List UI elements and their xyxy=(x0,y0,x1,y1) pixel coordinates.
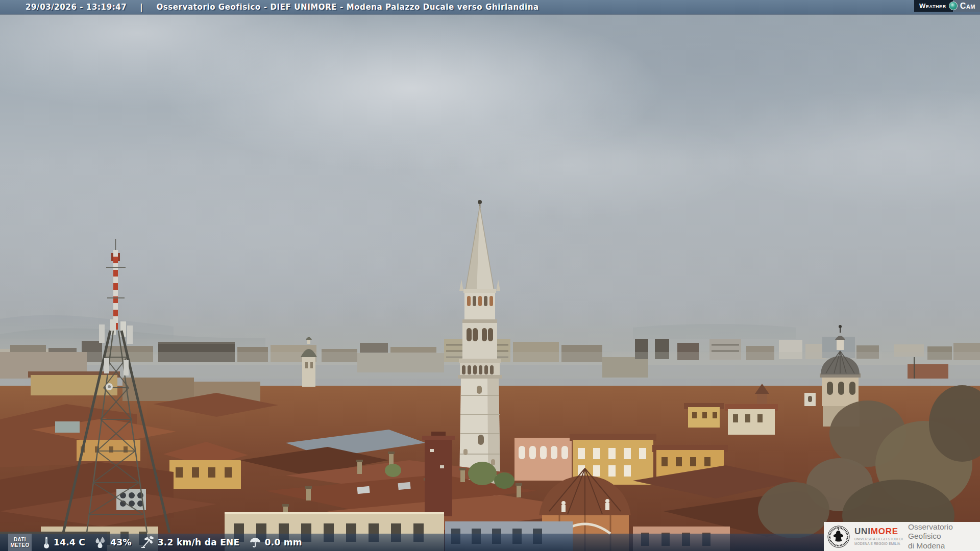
wind-value: 3.2 km/h da ENE xyxy=(158,537,240,547)
dati-meteo-line1: DATI xyxy=(14,537,26,543)
humidity-reading: 43% xyxy=(94,537,132,548)
dati-meteo-label: DATI METEO xyxy=(8,534,32,551)
unimore-wordmark: UNIMORE UNIVERSITÀ DEGLI STUDI DI MODENA… xyxy=(854,527,903,546)
weathercam-logo: Weather Cam xyxy=(914,0,980,12)
thermometer-icon xyxy=(43,536,50,549)
unimore-footer: UNIMORE UNIVERSITÀ DEGLI STUDI DI MODENA… xyxy=(824,522,980,551)
city-photo xyxy=(0,0,980,551)
header-bar: 29/03/2026 - 13:19:47 | Osservatorio Geo… xyxy=(0,0,980,14)
page-title: Osservatorio Geofisico - DIEF UNIMORE - … xyxy=(156,3,538,12)
observatory-name-line2: di Modena xyxy=(908,541,980,551)
pink-palazzo xyxy=(514,438,572,481)
rain-value: 0.0 mm xyxy=(265,537,302,547)
weathercam-brand-left: Weather xyxy=(914,0,953,12)
bell-gable xyxy=(804,393,816,406)
observatory-name: Osservatorio Geofisico di Modena xyxy=(908,522,980,551)
wind-icon xyxy=(141,536,154,548)
webcam-frame: 29/03/2026 - 13:19:47 | Osservatorio Geo… xyxy=(0,0,980,551)
unimore-subtitle-line2: MODENA E REGGIO EMILIA xyxy=(854,542,903,546)
temperature-reading: 14.4 C xyxy=(43,536,85,549)
unimore-acronym-uni: UNI xyxy=(854,527,871,536)
header-separator: | xyxy=(140,3,143,12)
dati-meteo-line2: METEO xyxy=(10,542,29,548)
unimore-acronym-more: MORE xyxy=(871,527,898,536)
unimore-subtitle: UNIVERSITÀ DEGLI STUDI DI MODENA E REGGI… xyxy=(854,537,903,546)
humidity-value: 43% xyxy=(110,537,132,547)
humidity-icon xyxy=(94,537,107,548)
unimore-acronym: UNIMORE xyxy=(854,527,903,536)
weathercam-globe-icon xyxy=(949,2,958,10)
observatory-name-line1: Osservatorio Geofisico xyxy=(908,522,980,541)
wind-reading: 3.2 km/h da ENE xyxy=(141,536,240,548)
rain-reading: 0.0 mm xyxy=(249,537,302,548)
rain-icon xyxy=(249,537,261,548)
weather-readings: 14.4 C 43% xyxy=(43,536,302,549)
temperature-value: 14.4 C xyxy=(54,537,85,547)
unimore-seal-icon xyxy=(827,525,850,548)
brick-tower xyxy=(422,432,455,516)
datetime-text: 29/03/2026 - 13:19:47 xyxy=(26,3,127,12)
unimore-subtitle-line1: UNIVERSITÀ DEGLI STUDI DI xyxy=(854,537,903,541)
